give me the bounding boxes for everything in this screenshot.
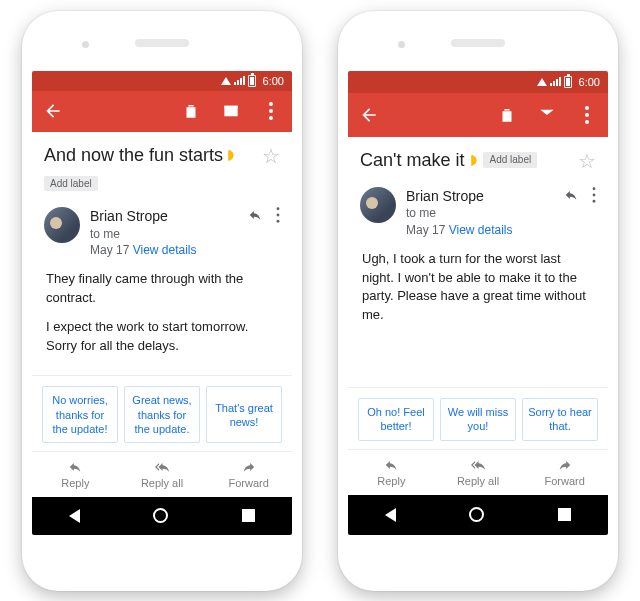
date: May 17 (406, 223, 445, 237)
star-button[interactable]: ☆ (578, 149, 596, 173)
subject: Can't make it ◗ Add label (360, 149, 570, 172)
subject: And now the fun starts ◗ Add label (44, 144, 254, 193)
forward-button[interactable]: Forward (205, 452, 292, 497)
avatar[interactable] (44, 207, 80, 243)
forward-button[interactable]: Forward (521, 450, 608, 495)
sender-row: Brian Strope to me May 17 View details (32, 197, 292, 266)
sender-actions (246, 207, 280, 227)
svg-point-10 (593, 193, 596, 196)
nav-back-button[interactable] (385, 508, 396, 522)
svg-point-2 (269, 116, 273, 120)
message-body: They finally came through with the contr… (32, 266, 292, 375)
delete-button[interactable] (180, 100, 202, 122)
mark-unread-button[interactable] (220, 100, 242, 122)
reply-all-button[interactable]: Reply all (435, 450, 522, 495)
status-bar: 6:00 (32, 71, 292, 91)
phone-frame: 6:00 And now the fun starts ◗ Add label … (22, 11, 302, 591)
view-details-link[interactable]: View details (133, 243, 197, 257)
bottom-actions: Reply Reply all Forward (32, 451, 292, 497)
sender-meta: Brian Strope to me May 17 View details (90, 207, 236, 258)
svg-point-1 (269, 109, 273, 113)
back-button[interactable] (42, 100, 64, 122)
svg-point-9 (593, 187, 596, 190)
recipient-line: to me (406, 205, 552, 221)
smart-reply-chip[interactable]: Great news, thanks for the update. (124, 386, 200, 443)
svg-point-5 (277, 220, 280, 223)
star-button[interactable]: ☆ (262, 144, 280, 168)
reply-label: Reply (377, 475, 405, 487)
date: May 17 (90, 243, 129, 257)
nav-back-button[interactable] (69, 509, 80, 523)
svg-point-6 (585, 106, 589, 110)
forward-label: Forward (545, 475, 585, 487)
sender-row: Brian Strope to me May 17 View details (348, 177, 608, 246)
android-navbar (348, 495, 608, 535)
network-icon (537, 78, 547, 86)
sender-meta: Brian Strope to me May 17 View details (406, 187, 552, 238)
screen: 6:00 Can't make it ◗ Add label ☆ Brian S… (348, 71, 608, 535)
speaker-grille (451, 39, 505, 47)
smart-reply-chip[interactable]: No worries, thanks for the update! (42, 386, 118, 443)
subject-text: Can't make it (360, 149, 464, 172)
toolbar (348, 93, 608, 137)
importance-icon: ◗ (470, 151, 477, 169)
reply-all-label: Reply all (141, 477, 183, 489)
view-details-link[interactable]: View details (449, 223, 513, 237)
status-bar: 6:00 (348, 71, 608, 93)
front-camera (82, 41, 89, 48)
message-overflow-button[interactable] (276, 207, 280, 227)
svg-point-11 (593, 199, 596, 202)
overflow-menu-button[interactable] (260, 100, 282, 122)
add-label-chip[interactable]: Add label (44, 176, 98, 191)
svg-point-7 (585, 113, 589, 117)
nav-recents-button[interactable] (242, 509, 255, 522)
network-icon (221, 77, 231, 85)
nav-recents-button[interactable] (558, 508, 571, 521)
svg-point-8 (585, 120, 589, 124)
clock: 6:00 (579, 76, 600, 88)
screen: 6:00 And now the fun starts ◗ Add label … (32, 71, 292, 535)
smart-replies: No worries, thanks for the update! Great… (32, 375, 292, 451)
svg-point-0 (269, 102, 273, 106)
speaker-grille (135, 39, 189, 47)
smart-reply-chip[interactable]: That's great news! (206, 386, 282, 443)
forward-label: Forward (229, 477, 269, 489)
signal-icon (550, 77, 561, 86)
sender-actions (562, 187, 596, 207)
add-label-chip[interactable]: Add label (483, 152, 537, 169)
front-camera (398, 41, 405, 48)
overflow-menu-button[interactable] (576, 104, 598, 126)
reply-icon[interactable] (246, 208, 264, 226)
smart-reply-chip[interactable]: Oh no! Feel better! (358, 398, 434, 441)
message-body: Ugh, I took a turn for the worst last ni… (348, 246, 608, 387)
subject-row: Can't make it ◗ Add label ☆ (348, 137, 608, 177)
avatar[interactable] (360, 187, 396, 223)
body-paragraph: They finally came through with the contr… (46, 270, 278, 308)
nav-home-button[interactable] (469, 507, 484, 522)
importance-icon: ◗ (227, 146, 234, 164)
smart-replies: Oh no! Feel better! We will miss you! So… (348, 387, 608, 449)
subject-row: And now the fun starts ◗ Add label ☆ (32, 132, 292, 197)
smart-reply-chip[interactable]: We will miss you! (440, 398, 516, 441)
bottom-actions: Reply Reply all Forward (348, 449, 608, 495)
svg-point-3 (277, 207, 280, 210)
mark-unread-button[interactable] (536, 104, 558, 126)
battery-icon (564, 76, 572, 88)
svg-point-4 (277, 213, 280, 216)
body-paragraph: Ugh, I took a turn for the worst last ni… (362, 250, 594, 325)
reply-button[interactable]: Reply (32, 452, 119, 497)
signal-icon (234, 76, 245, 85)
reply-button[interactable]: Reply (348, 450, 435, 495)
delete-button[interactable] (496, 104, 518, 126)
phone-frame: 6:00 Can't make it ◗ Add label ☆ Brian S… (338, 11, 618, 591)
reply-all-button[interactable]: Reply all (119, 452, 206, 497)
clock: 6:00 (263, 75, 284, 87)
smart-reply-chip[interactable]: Sorry to hear that. (522, 398, 598, 441)
back-button[interactable] (358, 104, 380, 126)
nav-home-button[interactable] (153, 508, 168, 523)
reply-all-label: Reply all (457, 475, 499, 487)
reply-icon[interactable] (562, 188, 580, 206)
message-overflow-button[interactable] (592, 187, 596, 207)
recipient-line: to me (90, 226, 236, 242)
subject-text: And now the fun starts (44, 144, 223, 167)
